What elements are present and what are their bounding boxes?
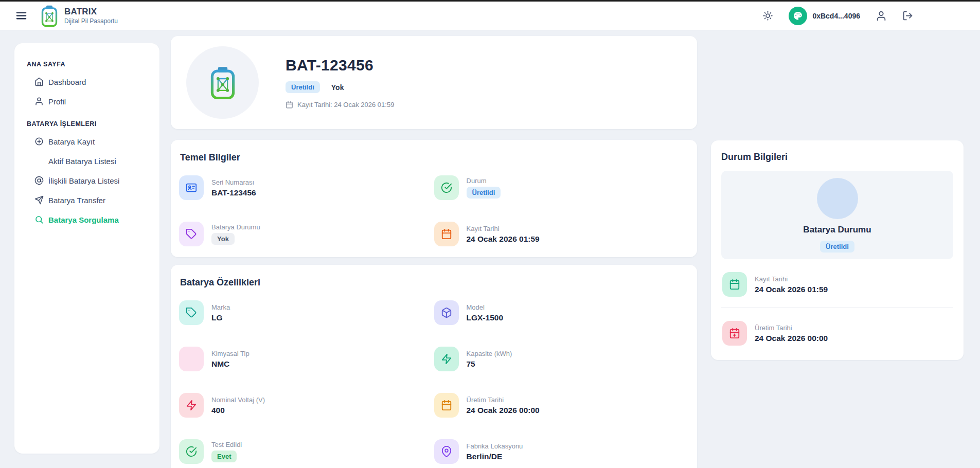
field-value: NMC: [211, 359, 250, 369]
status-circle: [817, 178, 858, 219]
theme-toggle-button[interactable]: [762, 10, 773, 21]
at-sign-icon: [34, 176, 44, 185]
page-title: BAT-123456: [286, 57, 394, 74]
field-kimyasal-tip: Kimyasal Tip NMC: [179, 347, 434, 371]
field-nominal-voltaj: Nominal Voltaj (V) 400: [179, 393, 434, 418]
sidebar: ANA SAYFA Dashboard Profil BATARYA İŞLEM…: [14, 43, 159, 454]
field-label: Durum: [467, 177, 501, 185]
blank-icon: [179, 347, 204, 371]
brand-tagline: Dijital Pil Pasaportu: [64, 17, 118, 25]
map-pin-icon: [434, 439, 459, 464]
field-label: Batarya Durumu: [211, 223, 260, 231]
box-icon: [434, 300, 459, 325]
field-value: 24 Ocak 2026 01:59: [467, 235, 540, 244]
card-title: Temel Bilgiler: [179, 152, 689, 163]
palette-icon: [793, 11, 803, 21]
main-content: BAT-123456 Üretildi Yok Kayıt Tarihi: 24…: [171, 36, 697, 468]
logout-button[interactable]: [902, 10, 913, 21]
field-label: Test Edildi: [211, 441, 242, 448]
status-row-uretim-tarihi: Üretim Tarihi 24 Ocak 2026 00:00: [721, 308, 953, 356]
field-batarya-durumu: Batarya Durumu Yok: [179, 222, 434, 246]
sidebar-item-label: Batarya Sorgulama: [48, 215, 119, 224]
status-badge: Yok: [211, 233, 235, 245]
field-value: 24 Ocak 2026 00:00: [755, 334, 828, 343]
home-icon: [34, 77, 44, 86]
field-label: Seri Numarası: [211, 178, 256, 186]
menu-button[interactable]: [13, 8, 29, 24]
calendar-plus-icon: [722, 321, 747, 346]
plus-circle-icon: [34, 137, 44, 146]
id-card-icon: [179, 175, 204, 200]
field-label: Marka: [211, 303, 230, 311]
wallet-avatar: [789, 7, 807, 25]
check-circle-icon: [179, 439, 204, 464]
sidebar-item-label: İlişkili Batarya Listesi: [48, 176, 119, 185]
field-durum: Durum Üretildi: [434, 175, 689, 200]
sidebar-section-battery-ops: BATARYA İŞLEMLERI: [22, 120, 152, 128]
status-badge: Evet: [211, 451, 237, 462]
field-kapasite: Kapasite (kWh) 75: [434, 347, 689, 371]
field-label: Model: [467, 303, 504, 311]
field-label: Kimyasal Tip: [211, 350, 250, 357]
calendar-icon: [286, 101, 293, 109]
field-value: 24 Ocak 2026 01:59: [755, 285, 828, 294]
basic-info-card: Temel Bilgiler Seri Numarası BAT-123456 …: [171, 140, 697, 257]
field-fabrika-lokasyonu: Fabrika Lokasyonu Berlin/DE: [434, 439, 689, 464]
status-panel-card: Durum Bilgileri Batarya Durumu Üretildi …: [711, 140, 964, 360]
field-seri-numarasi: Seri Numarası BAT-123456: [179, 175, 434, 200]
status-label: Batarya Durumu: [803, 225, 871, 235]
hamburger-icon: [15, 10, 27, 22]
sidebar-item-label: Batarya Transfer: [48, 196, 105, 205]
field-value: 24 Ocak 2026 00:00: [467, 406, 540, 415]
status-row-kayit-tarihi: Kayıt Tarihi 24 Ocak 2026 01:59: [721, 259, 953, 308]
field-label: Kayıt Tarihi: [467, 225, 540, 232]
field-label: Üretim Tarihi: [467, 396, 540, 404]
sidebar-item-batarya-kayit[interactable]: Batarya Kayıt: [22, 132, 152, 151]
field-model: Model LGX-1500: [434, 300, 689, 325]
field-label: Nominal Voltaj (V): [211, 396, 265, 404]
field-value: BAT-123456: [211, 188, 256, 197]
field-label: Kayıt Tarihi: [755, 275, 828, 283]
sidebar-item-label: Profil: [48, 97, 66, 106]
wallet-chip[interactable]: 0xBcd4...4096: [789, 7, 860, 25]
sidebar-item-label: Dashboard: [48, 78, 86, 86]
status-badge: Üretildi: [286, 81, 320, 93]
status-badge: Üretildi: [820, 241, 854, 253]
zap-icon: [434, 347, 459, 371]
battery-logo-icon: [209, 66, 236, 99]
battery-avatar: [186, 46, 259, 119]
profile-button[interactable]: [876, 10, 887, 22]
sidebar-item-batarya-sorgulama[interactable]: Batarya Sorgulama: [22, 210, 152, 229]
sidebar-item-profil[interactable]: Profil: [22, 92, 152, 111]
sun-icon: [762, 10, 773, 21]
sidebar-item-label: Aktif Batarya Listesi: [48, 157, 116, 166]
calendar-icon: [434, 393, 459, 418]
field-label: Kapasite (kWh): [467, 350, 512, 357]
tag-icon: [179, 300, 204, 325]
health-status-text: Yok: [331, 83, 344, 92]
sidebar-item-dashboard[interactable]: Dashboard: [22, 72, 152, 92]
status-summary-box: Batarya Durumu Üretildi: [721, 171, 953, 259]
check-circle-icon: [434, 175, 459, 200]
battery-properties-card: Batarya Özellikleri Marka LG Model LGX-1…: [171, 265, 697, 468]
calendar-icon: [434, 222, 459, 246]
send-icon: [34, 195, 44, 205]
field-label: Fabrika Lokasyonu: [467, 442, 523, 450]
field-label: Üretim Tarihi: [755, 324, 828, 332]
sidebar-item-aktif-batarya-listesi[interactable]: Aktif Batarya Listesi: [22, 151, 152, 171]
wallet-address: 0xBcd4...4096: [812, 12, 860, 20]
sidebar-item-iliskili-batarya-listesi[interactable]: İlişkili Batarya Listesi: [22, 171, 152, 190]
sidebar-section-main: ANA SAYFA: [22, 61, 152, 68]
sidebar-item-batarya-transfer[interactable]: Batarya Transfer: [22, 190, 152, 210]
sidebar-item-label: Batarya Kayıt: [48, 137, 95, 146]
user-icon: [34, 97, 44, 106]
field-kayit-tarihi: Kayıt Tarihi 24 Ocak 2026 01:59: [434, 222, 689, 246]
battery-logo-icon: [41, 5, 58, 27]
search-icon: [34, 215, 44, 224]
field-value: LG: [211, 313, 230, 322]
battery-hero-card: BAT-123456 Üretildi Yok Kayıt Tarihi: 24…: [171, 36, 697, 129]
brand: BATRIX Dijital Pil Pasaportu: [41, 5, 118, 27]
logout-icon: [902, 10, 913, 21]
tag-icon: [179, 222, 204, 246]
field-test-edildi: Test Edildi Evet: [179, 439, 434, 464]
